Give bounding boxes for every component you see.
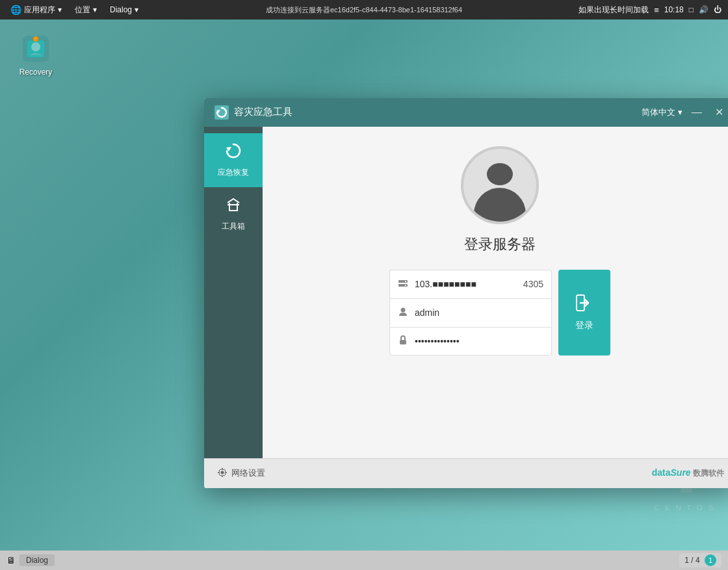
recovery-app-icon bbox=[20, 32, 52, 65]
server-port-display: 4305 bbox=[523, 279, 543, 289]
login-arrow-icon bbox=[575, 294, 593, 316]
server-ip-input[interactable] bbox=[415, 279, 518, 289]
minimize-button[interactable]: — bbox=[689, 105, 705, 120]
dialog-titlebar: 容灾应急工具 简体中文 ▾ — ✕ bbox=[204, 98, 728, 127]
avatar-body bbox=[474, 188, 526, 222]
dropdown-icon: ▾ bbox=[678, 107, 682, 117]
network-settings-label: 网络设置 bbox=[231, 467, 265, 479]
svg-point-14 bbox=[221, 471, 224, 474]
lock-icon bbox=[398, 335, 408, 347]
svg-point-9 bbox=[405, 281, 406, 282]
recovery-icon-label: Recovery bbox=[20, 68, 53, 77]
pagination-indicator: 1 bbox=[705, 554, 716, 566]
dialog-footer: 网络设置 dataSure 数腾软件 bbox=[204, 458, 728, 488]
svg-point-10 bbox=[405, 285, 406, 286]
network-settings-button[interactable]: 网络设置 bbox=[217, 467, 265, 480]
dialog-title-text: 容灾应急工具 bbox=[234, 106, 292, 118]
sidebar-item-toolbox[interactable]: 工具箱 bbox=[204, 187, 263, 241]
sidebar-item-emergency-recovery[interactable]: 应急恢复 bbox=[204, 133, 263, 187]
emergency-recovery-label: 应急恢复 bbox=[218, 167, 249, 178]
dialog-title-left: 容灾应急工具 bbox=[214, 105, 292, 120]
system-notification: 成功连接到云服务器ec16d2f5-c844-4473-8be1-1641583… bbox=[266, 5, 462, 15]
taskbar-left: 🖥 Dialog bbox=[6, 554, 55, 566]
main-content: 登录服务器 bbox=[263, 127, 728, 458]
taskbar-window-icon: 🖥 bbox=[6, 555, 16, 565]
dialog-menu[interactable]: Dialog ▾ bbox=[106, 4, 142, 16]
sidebar: 应急恢复 工具箱 bbox=[204, 127, 263, 458]
username-input[interactable] bbox=[415, 307, 543, 318]
taskbar-dialog-label: Dialog bbox=[26, 556, 48, 565]
user-icon bbox=[398, 307, 408, 319]
close-icon: ✕ bbox=[715, 106, 723, 118]
applications-menu[interactable]: 🌐 应用程序 ▾ bbox=[6, 3, 66, 17]
gear-icon bbox=[217, 467, 228, 480]
notification-right-text: 如果出现长时间加载 bbox=[578, 5, 649, 16]
taskbar: 🖥 Dialog 1 / 4 1 bbox=[0, 551, 728, 570]
minimize-icon: — bbox=[692, 107, 702, 118]
svg-rect-12 bbox=[400, 340, 406, 344]
user-avatar bbox=[461, 146, 539, 224]
system-bar-left: 🌐 应用程序 ▾ 位置 ▾ Dialog ▾ bbox=[6, 3, 142, 17]
desktop: 7 C E N T O S Recovery bbox=[0, 19, 728, 551]
screen-icon: □ bbox=[689, 5, 694, 14]
login-button-label: 登录 bbox=[575, 320, 593, 331]
location-menu[interactable]: 位置 ▾ bbox=[71, 3, 101, 17]
login-form: 4305 bbox=[389, 270, 610, 356]
avatar-silhouette bbox=[474, 163, 526, 222]
power-icon[interactable]: ⏻ bbox=[714, 5, 722, 14]
taskbar-dialog-button[interactable]: Dialog bbox=[20, 554, 55, 566]
svg-point-2 bbox=[31, 42, 40, 51]
volume-icon[interactable]: 🔊 bbox=[699, 5, 708, 14]
emergency-recovery-icon bbox=[225, 142, 242, 163]
close-button[interactable]: ✕ bbox=[711, 105, 727, 120]
password-input[interactable] bbox=[415, 336, 543, 346]
taskbar-pagination: 1 / 4 1 bbox=[679, 553, 722, 567]
dialog-title-right: 简体中文 ▾ — ✕ bbox=[642, 105, 727, 120]
login-button[interactable]: 登录 bbox=[558, 270, 610, 356]
form-fields: 4305 bbox=[389, 270, 552, 356]
system-time: 10:18 bbox=[664, 5, 684, 14]
dialog-app-icon bbox=[214, 105, 229, 120]
dialog-body: 应急恢复 工具箱 bbox=[204, 127, 728, 458]
toolbox-label: 工具箱 bbox=[222, 221, 245, 232]
language-selector[interactable]: 简体中文 ▾ bbox=[642, 107, 682, 118]
server-ip-row: 4305 bbox=[389, 270, 552, 298]
svg-point-11 bbox=[401, 307, 406, 312]
system-bar-right: 如果出现长时间加载 ≡ 10:18 □ 🔊 ⏻ bbox=[578, 5, 722, 16]
form-login-row: 4305 bbox=[389, 270, 610, 356]
system-bar: 🌐 应用程序 ▾ 位置 ▾ Dialog ▾ 成功连接到云服务器ec16d2f5… bbox=[0, 0, 728, 19]
avatar-head bbox=[487, 163, 513, 185]
username-row bbox=[389, 298, 552, 327]
server-icon bbox=[398, 278, 408, 291]
login-title: 登录服务器 bbox=[464, 235, 536, 254]
desktop-icon-recovery[interactable]: Recovery bbox=[13, 32, 58, 77]
datasure-brand: dataSure 数腾软件 bbox=[652, 467, 724, 479]
main-dialog-window: 容灾应急工具 简体中文 ▾ — ✕ bbox=[204, 98, 728, 488]
password-row bbox=[389, 327, 552, 356]
toolbox-icon bbox=[225, 196, 242, 217]
